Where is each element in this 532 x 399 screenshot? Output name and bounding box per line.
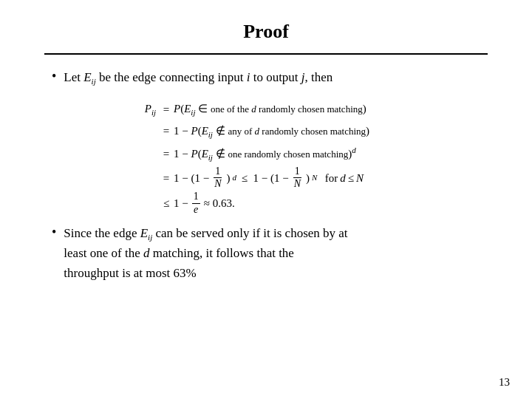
eq-sign-2: = bbox=[159, 120, 174, 142]
leq-sign: ≤ bbox=[159, 193, 174, 214]
formula-line-3: = 1 − P(Eij ∉ one randomly chosen matchi… bbox=[92, 143, 480, 166]
formula-line-1: Pij = P(Eij ∈ one of the d randomly chos… bbox=[92, 98, 480, 120]
bullet-item-2: • Since the edge Eij can be served only … bbox=[52, 224, 480, 283]
eq-sign-3: = bbox=[159, 143, 174, 165]
bullet-item-1: • Let Eij be the edge connecting input i… bbox=[52, 68, 480, 88]
page-title: Proof bbox=[44, 21, 488, 43]
content-area: • Let Eij be the edge connecting input i… bbox=[44, 68, 488, 283]
page-number: 13 bbox=[499, 376, 510, 389]
text-throughput: throughput is at most 63% bbox=[64, 266, 196, 280]
eij-var: Eij bbox=[83, 70, 96, 84]
text-least-one: least one of the bbox=[64, 246, 143, 260]
text-then: , then bbox=[305, 70, 333, 84]
title-divider bbox=[44, 53, 488, 55]
text-since: Since the edge bbox=[64, 226, 140, 240]
bullet-text-2: Since the edge Eij can be served only if… bbox=[64, 224, 347, 283]
text-can-be-served: can be served only if it is chosen by at bbox=[152, 226, 347, 240]
pij-label: Pij bbox=[92, 98, 159, 120]
frac-1-N-2: 1 N bbox=[293, 166, 302, 191]
text-to-output: to output bbox=[250, 70, 301, 84]
eq-sign-4: = bbox=[159, 168, 174, 189]
formula-rhs-1: P(Eij ∈ one of the d randomly chosen mat… bbox=[174, 98, 480, 120]
formula-block: Pij = P(Eij ∈ one of the d randomly chos… bbox=[92, 98, 480, 216]
frac-1-e: 1 e bbox=[192, 191, 200, 216]
bullet-text-1: Let Eij be the edge connecting input i t… bbox=[64, 68, 332, 88]
formula-rhs-3: 1 − P(Eij ∉ one randomly chosen matching… bbox=[174, 143, 480, 166]
bullet-char-1: • bbox=[52, 69, 56, 84]
formula-rhs-5: 1 − 1 e ≈ 0.63. bbox=[174, 191, 480, 216]
formula-line-2: = 1 − P(Eij ∉ any of d randomly chosen m… bbox=[92, 120, 480, 143]
eq-sign-1: = bbox=[159, 99, 174, 120]
eij-var-2: Eij bbox=[140, 226, 153, 240]
formula-line-4: = 1 − (1 − 1 N )d ≤ 1 − (1 − 1 N )N bbox=[92, 166, 480, 191]
bullet-char-2: • bbox=[52, 225, 56, 240]
frac-1-N: 1 N bbox=[213, 166, 222, 191]
page: Proof • Let Eij be the edge connecting i… bbox=[0, 0, 532, 399]
text-matching-follows: matching, it follows that the bbox=[149, 246, 293, 260]
text-be-edge: be the edge connecting input bbox=[96, 70, 247, 84]
formula-rhs-4: 1 − (1 − 1 N )d ≤ 1 − (1 − 1 N )N for d … bbox=[174, 166, 480, 191]
formula-rhs-2: 1 − P(Eij ∉ any of d randomly chosen mat… bbox=[174, 120, 480, 143]
formula-line-5: ≤ 1 − 1 e ≈ 0.63. bbox=[92, 191, 480, 216]
text-let: Let bbox=[64, 70, 83, 84]
title-section: Proof bbox=[44, 0, 488, 50]
